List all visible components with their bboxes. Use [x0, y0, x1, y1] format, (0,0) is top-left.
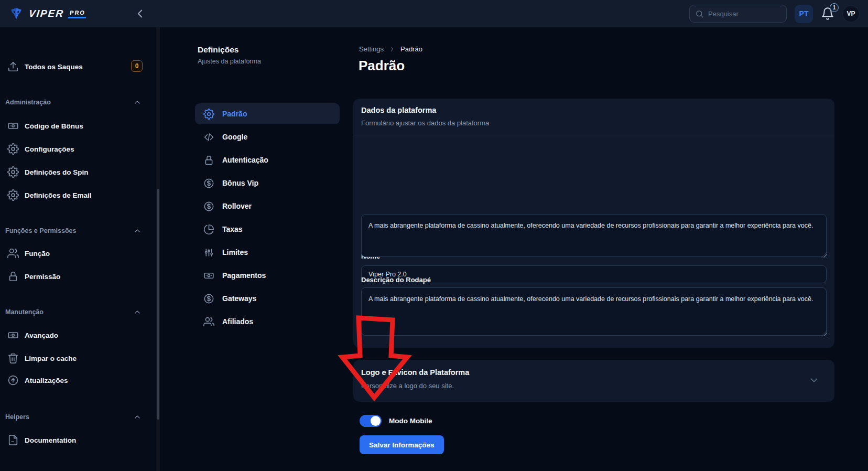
- settings-menu-subtitle: Ajustes da plataforma: [198, 58, 261, 65]
- lock-icon: [7, 271, 19, 282]
- search-box[interactable]: [689, 5, 787, 23]
- brand-suffix: PRO: [68, 9, 87, 18]
- notification-badge: 1: [830, 3, 839, 12]
- sidebar-item-label: Código de Bônus: [25, 122, 83, 130]
- card-title: Logo e Favicon da Plataforma: [361, 368, 469, 377]
- scrollbar-thumb[interactable]: [157, 189, 159, 420]
- section-title: Helpers: [5, 413, 29, 421]
- card-title: Dados da plataforma: [361, 106, 436, 114]
- code-icon: [203, 132, 214, 143]
- gear-icon: [7, 189, 19, 201]
- settings-tab-pagamentos[interactable]: Pagamentos: [195, 265, 340, 286]
- chevron-left-icon: [133, 7, 147, 20]
- notifications-button[interactable]: 1: [821, 7, 834, 20]
- sidebar-item-label: Configurações: [25, 145, 74, 153]
- dollar-circle-icon: [203, 178, 214, 189]
- sidebar-item-todos-os-saques[interactable]: Todos os Saques 0: [0, 55, 157, 78]
- search-icon: [695, 9, 704, 18]
- settings-tab-gateways[interactable]: Gateways: [195, 288, 340, 309]
- settings-tab-label: Limites: [222, 248, 248, 256]
- footer-description-field-label: Descrição do Rodapé: [361, 276, 431, 284]
- breadcrumb-current: Padrão: [400, 45, 422, 53]
- sidebar-item-label: Função: [25, 250, 50, 258]
- users-icon: [7, 248, 19, 259]
- settings-tab-label: Bônus Vip: [222, 179, 258, 187]
- sidebar-item-label: Avançado: [25, 331, 58, 339]
- settings-tab-bonus-vip[interactable]: Bônus Vip: [195, 173, 340, 194]
- banknote-icon: [7, 120, 19, 132]
- footer-description-textarea[interactable]: A mais abrangente plataforma de cassino …: [361, 287, 827, 336]
- sidebar-section-funcoes-e-permissoes[interactable]: Funções e Permissões: [5, 226, 142, 236]
- section-title: Administração: [5, 99, 51, 106]
- breadcrumb: Settings Padrão: [359, 45, 422, 53]
- user-avatar[interactable]: VP: [842, 5, 860, 23]
- sidebar-item-label: Definições do Spin: [25, 168, 89, 176]
- upload-tray-icon: [7, 61, 19, 72]
- settings-tab-label: Taxas: [222, 225, 243, 233]
- banknote-icon: [203, 270, 214, 281]
- breadcrumb-settings-link[interactable]: Settings: [359, 45, 384, 53]
- topbar-actions: PT 1 VP: [689, 0, 860, 27]
- dollar-circle-icon: [203, 293, 214, 304]
- sidebar-item-atualizacoes[interactable]: Atualizações: [0, 369, 157, 392]
- settings-tab-label: Afiliados: [222, 317, 253, 326]
- sidebar: Todos os Saques 0 Administração Código d…: [0, 27, 157, 471]
- sidebar-item-label: Limpar o cache: [25, 355, 77, 362]
- name-input[interactable]: [361, 265, 827, 283]
- sidebar-item-permissao[interactable]: Permissão: [0, 265, 157, 288]
- sidebar-scrollbar[interactable]: [156, 27, 160, 471]
- gear-icon: [203, 109, 214, 120]
- pie-chart-icon: [203, 224, 214, 235]
- users-icon: [203, 316, 214, 327]
- mobile-mode-label: Modo Mobile: [389, 417, 432, 425]
- sidebar-item-definicoes-de-email[interactable]: Definições de Email: [0, 184, 157, 207]
- sidebar-item-limpar-o-cache[interactable]: Limpar o cache: [0, 347, 157, 370]
- card-subtitle: Formulário ajustar os dados da plataform…: [361, 119, 489, 127]
- settings-tab-label: Google: [222, 133, 247, 141]
- sidebar-item-label: Todos os Saques: [25, 63, 83, 71]
- sidebar-section-administracao[interactable]: Administração: [5, 97, 142, 108]
- settings-tab-taxas[interactable]: Taxas: [195, 219, 340, 240]
- toggle-knob: [371, 416, 381, 426]
- sidebar-collapse-button[interactable]: [133, 7, 147, 20]
- banknote-icon: [7, 329, 19, 341]
- sidebar-item-avancado[interactable]: Avançado: [0, 324, 157, 347]
- save-button[interactable]: Salvar Informações: [360, 435, 444, 454]
- settings-tab-label: Pagamentos: [222, 271, 266, 280]
- sidebar-item-funcao[interactable]: Função: [0, 242, 157, 265]
- chevron-up-icon: [133, 98, 142, 106]
- sidebar-section-manutencao[interactable]: Manutenção: [5, 307, 142, 317]
- brand-logo[interactable]: VIPER PRO: [8, 0, 86, 27]
- logo-favicon-card[interactable]: Logo e Favicon da Plataforma Personalize…: [353, 360, 834, 402]
- settings-tab-afiliados[interactable]: Afiliados: [195, 311, 340, 332]
- withdrawals-count-badge: 0: [131, 60, 143, 72]
- topbar: VIPER PRO PT 1 VP: [0, 0, 868, 27]
- sidebar-item-label: Documentation: [25, 436, 76, 444]
- sidebar-item-documentation[interactable]: Documentation: [0, 429, 157, 452]
- settings-tab-label: Padrão: [222, 110, 247, 118]
- platform-data-card: Dados da plataforma Formulário ajustar o…: [353, 99, 834, 348]
- search-input[interactable]: [708, 10, 781, 18]
- gear-icon: [7, 166, 19, 178]
- card-header: Dados da plataforma Formulário ajustar o…: [353, 99, 834, 135]
- settings-tab-google[interactable]: Google: [195, 126, 340, 147]
- card-subtitle: Personalize a logo do seu site.: [361, 382, 454, 390]
- arrow-up-circle-icon: [7, 374, 19, 386]
- viper-snake-icon: [8, 7, 24, 20]
- sidebar-item-definicoes-do-spin[interactable]: Definições do Spin: [0, 160, 157, 184]
- sidebar-item-codigo-de-bonus[interactable]: Código de Bônus: [0, 114, 157, 137]
- trash-icon: [7, 352, 19, 364]
- sidebar-section-helpers[interactable]: Helpers: [5, 412, 142, 422]
- app-root: VIPER PRO PT 1 VP Todos os Saques 0: [0, 0, 868, 471]
- settings-tab-autenticacao[interactable]: Autenticação: [195, 149, 340, 170]
- mobile-mode-toggle[interactable]: [360, 415, 382, 427]
- description-textarea[interactable]: A mais abrangente plataforma de cassino …: [361, 214, 827, 257]
- settings-tab-label: Autenticação: [222, 156, 268, 164]
- document-icon: [7, 434, 19, 446]
- settings-tab-padrao[interactable]: Padrão: [195, 103, 340, 124]
- sidebar-item-configuracoes[interactable]: Configurações: [0, 137, 157, 160]
- settings-tab-rollover[interactable]: Rollover: [195, 196, 340, 217]
- settings-tab-label: Gateways: [222, 294, 256, 303]
- settings-tab-limites[interactable]: Limites: [195, 242, 340, 263]
- language-button[interactable]: PT: [795, 5, 813, 23]
